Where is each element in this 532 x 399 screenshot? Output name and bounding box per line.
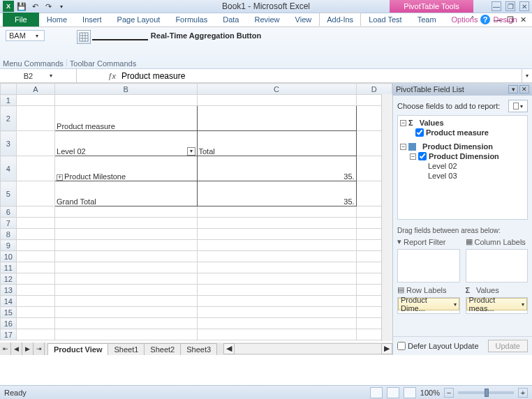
tab-file[interactable]: File: [3, 13, 39, 27]
column-labels-area[interactable]: [466, 249, 529, 283]
pane-dropdown-icon[interactable]: ▾: [508, 85, 518, 93]
sheet-tab[interactable]: Sheet3: [180, 343, 217, 355]
tab-page-layout[interactable]: Page Layout: [110, 13, 168, 27]
row-header[interactable]: 4: [1, 156, 17, 181]
tab-nav-prev[interactable]: ◀: [11, 342, 22, 355]
col-header[interactable]: A: [16, 84, 54, 95]
collapse-icon[interactable]: −: [400, 144, 406, 150]
sheet-tab[interactable]: Sheet2: [144, 343, 181, 355]
row-header[interactable]: 10: [1, 251, 17, 262]
col-header[interactable]: B: [55, 84, 197, 95]
doc-restore-icon[interactable]: ❐: [505, 15, 515, 24]
expand-icon[interactable]: +: [57, 174, 63, 181]
save-icon[interactable]: 💾: [16, 1, 27, 12]
row-header[interactable]: 13: [1, 285, 17, 296]
real-time-aggregation-button[interactable]: [77, 30, 91, 44]
row-header[interactable]: 5: [1, 181, 17, 206]
zoom-slider[interactable]: [458, 391, 514, 394]
field-checkbox[interactable]: [418, 152, 427, 160]
row-pill[interactable]: Product Dime...▾: [398, 298, 459, 310]
help-icon[interactable]: ?: [480, 15, 490, 24]
page-break-view-button[interactable]: [404, 387, 416, 398]
cell-grand-total-label[interactable]: Grand Total: [55, 181, 197, 206]
pane-header[interactable]: PivotTable Field List ▾ ✕: [393, 83, 532, 96]
pane-close-icon[interactable]: ✕: [519, 85, 529, 93]
row-header[interactable]: 8: [1, 229, 17, 240]
minimize-button[interactable]: —: [492, 1, 501, 11]
cell-product-measure[interactable]: Product measure: [55, 106, 197, 131]
close-button[interactable]: ✕: [519, 1, 529, 11]
qat-more-icon[interactable]: ▾: [56, 1, 67, 12]
field-tree[interactable]: −Σ Values Product measure − Product Dime…: [397, 115, 528, 220]
row-header[interactable]: 3: [1, 131, 17, 156]
row-header[interactable]: 6: [1, 206, 17, 218]
scroll-left-button[interactable]: ◀: [223, 343, 235, 354]
cell-total-header[interactable]: Total: [197, 131, 356, 156]
scroll-right-button[interactable]: ▶: [381, 343, 392, 354]
row-header[interactable]: 11: [1, 262, 17, 273]
tab-data[interactable]: Data: [215, 13, 246, 27]
tab-nav-first[interactable]: ⇤: [0, 342, 11, 355]
tab-nav-next[interactable]: ▶: [22, 342, 34, 355]
update-button[interactable]: Update: [488, 340, 528, 352]
tab-view[interactable]: View: [288, 13, 320, 27]
collapse-icon[interactable]: −: [400, 120, 406, 126]
collapse-icon[interactable]: −: [410, 153, 416, 160]
tab-team[interactable]: Team: [410, 13, 444, 27]
value-pill[interactable]: Product meas...▾: [466, 298, 528, 310]
zoom-out-button[interactable]: −: [444, 388, 454, 398]
normal-view-button[interactable]: [370, 387, 383, 398]
row-header[interactable]: 17: [1, 329, 17, 340]
cell-milestone-value[interactable]: 35.: [197, 156, 356, 181]
row-labels-area[interactable]: Product Dime...▾: [397, 297, 460, 314]
tab-add-ins[interactable]: Add-Ins: [319, 13, 361, 27]
restore-button[interactable]: ❐: [505, 1, 515, 11]
row-header[interactable]: 12: [1, 273, 17, 285]
tab-nav-last[interactable]: ⇥: [34, 342, 45, 355]
defer-update-checkbox[interactable]: Defer Layout Update: [397, 342, 479, 350]
tab-insert[interactable]: Insert: [75, 13, 110, 27]
vertical-scrollbar[interactable]: [381, 94, 392, 341]
pivot-filter-icon[interactable]: ▾: [187, 147, 195, 156]
row-header[interactable]: 16: [1, 318, 17, 329]
row-header[interactable]: 9: [1, 240, 17, 251]
tab-home[interactable]: Home: [39, 13, 75, 27]
zoom-in-button[interactable]: +: [518, 388, 528, 398]
field-checkbox[interactable]: [415, 128, 424, 137]
col-header[interactable]: D: [356, 84, 392, 95]
doc-close-icon[interactable]: ✕: [518, 15, 528, 24]
row-header[interactable]: 1: [1, 95, 17, 106]
undo-icon[interactable]: ↶: [29, 1, 40, 12]
tab-load-test[interactable]: Load Test: [361, 13, 410, 27]
tab-formulas[interactable]: Formulas: [168, 13, 215, 27]
col-header[interactable]: C: [197, 84, 356, 95]
tab-review[interactable]: Review: [246, 13, 287, 27]
row-header[interactable]: 15: [1, 307, 17, 318]
cell-grand-total-value[interactable]: 35.: [197, 181, 356, 206]
worksheet[interactable]: A B C D 1 2 Product measure 3 Level 02▾ …: [0, 83, 392, 355]
grid[interactable]: A B C D 1 2 Product measure 3 Level 02▾ …: [0, 83, 392, 340]
row-header[interactable]: 7: [1, 218, 17, 229]
row-header[interactable]: 2: [1, 106, 17, 131]
formula-expand-icon[interactable]: ▾: [522, 69, 532, 82]
bam-dropdown[interactable]: BAM ▾: [6, 30, 45, 41]
sheet-tab[interactable]: Sheet1: [108, 343, 145, 355]
minimize-ribbon-icon[interactable]: ˄: [468, 15, 478, 24]
doc-minimize-icon[interactable]: —: [493, 15, 503, 24]
fx-label[interactable]: ƒx: [77, 69, 119, 82]
cell-product-milestone[interactable]: +Product Milestone: [55, 156, 197, 181]
formula-input[interactable]: [119, 69, 522, 82]
row-header[interactable]: 14: [1, 296, 17, 307]
cell[interactable]: [197, 106, 356, 131]
layout-options-button[interactable]: ▾: [508, 100, 528, 112]
excel-icon[interactable]: X: [3, 1, 14, 12]
redo-icon[interactable]: ↷: [43, 1, 54, 12]
cell-level-02[interactable]: Level 02▾: [55, 131, 197, 156]
values-area[interactable]: Product meas...▾: [466, 297, 529, 314]
sheet-tab[interactable]: Product View: [47, 343, 108, 355]
page-layout-view-button[interactable]: [387, 387, 399, 398]
select-all-corner[interactable]: [1, 84, 17, 95]
zoom-level[interactable]: 100%: [420, 389, 440, 397]
horizontal-scrollbar[interactable]: ◀ ▶: [223, 342, 392, 355]
report-filter-area[interactable]: [397, 249, 460, 283]
